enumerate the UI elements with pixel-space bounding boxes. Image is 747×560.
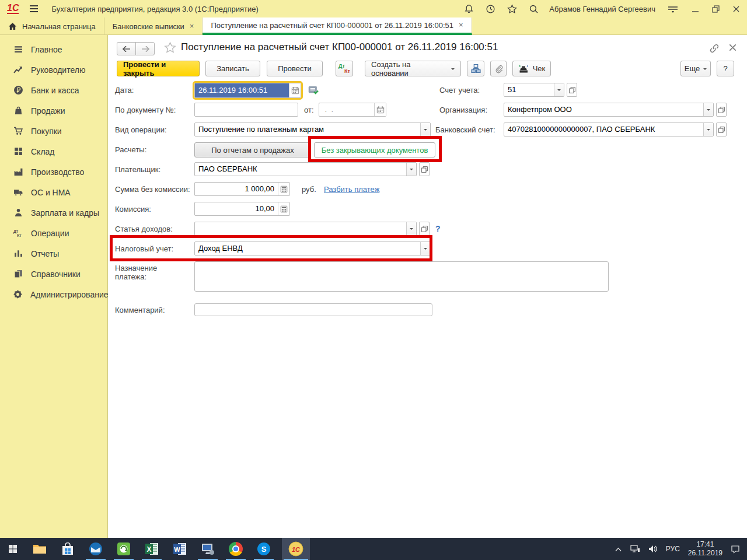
search-icon[interactable] — [529, 4, 539, 14]
sidebar-item-operations[interactable]: ДтКт Операции — [0, 223, 107, 243]
income-item-combo[interactable] — [194, 222, 417, 236]
boxes-icon — [13, 146, 23, 157]
forward-button[interactable] — [135, 42, 155, 55]
close-window-button[interactable] — [732, 5, 740, 13]
cart-icon — [13, 126, 23, 136]
check-receipt-button[interactable]: Чек — [512, 61, 551, 76]
sidebar-item-bank-cash[interactable]: Банк и касса — [0, 80, 107, 100]
calculator-icon[interactable] — [278, 183, 289, 195]
tab-close-icon[interactable]: × — [459, 22, 463, 28]
start-button[interactable] — [0, 538, 26, 560]
chrome-icon[interactable] — [222, 538, 250, 560]
attachments-paperclip-button[interactable] — [490, 61, 507, 76]
chevron-down-icon[interactable] — [703, 103, 713, 116]
account-combo[interactable]: 51 — [504, 83, 564, 97]
operation-type-combo[interactable]: Поступление по платежным картам — [194, 123, 431, 136]
get-link-icon[interactable] — [709, 43, 720, 54]
notifications-bell-icon[interactable] — [464, 4, 474, 14]
income-item-open-icon[interactable] — [419, 222, 430, 236]
by-document-number-field[interactable] — [194, 103, 298, 117]
create-based-on-button[interactable]: Создать на основании — [365, 61, 461, 76]
file-explorer-icon[interactable] — [26, 538, 54, 560]
save-button[interactable]: Записать — [205, 61, 260, 76]
sidebar-item-administration[interactable]: Администрирование — [0, 284, 107, 304]
bank-account-combo[interactable]: 40702810000000000007, ПАО СБЕРБАНК — [504, 123, 714, 136]
microsoft-store-icon[interactable] — [54, 538, 82, 560]
tab-close-icon[interactable]: × — [190, 23, 194, 29]
sidebar-item-sales[interactable]: Продажи — [0, 100, 107, 121]
thunderbird-icon[interactable] — [82, 538, 110, 560]
main-menu-icon[interactable] — [29, 5, 39, 13]
1c-enterprise-icon[interactable]: 1С — [282, 538, 310, 560]
service-menu-icon[interactable] — [667, 4, 679, 13]
history-icon[interactable] — [486, 4, 495, 14]
settlements-without-closing-docs-button[interactable]: Без закрывающих документов — [314, 142, 435, 158]
close-form-icon[interactable] — [728, 43, 737, 52]
calendar-icon[interactable] — [374, 103, 386, 116]
sidebar: Главное Руководителю Банк и касса Продаж… — [0, 35, 108, 538]
network-icon[interactable] — [630, 545, 640, 553]
tab-receipt-document[interactable]: Поступление на расчетный счет КП00-00000… — [203, 18, 472, 35]
restore-button[interactable] — [712, 5, 720, 13]
calculator-icon[interactable] — [278, 202, 289, 215]
settlements-by-sales-reports-button[interactable]: По отчетам о продажах — [194, 142, 311, 158]
account-open-icon[interactable] — [567, 83, 577, 97]
skype-icon[interactable]: S — [250, 538, 278, 560]
chevron-down-icon[interactable] — [554, 83, 564, 96]
favorite-star-icon[interactable] — [164, 41, 176, 54]
sidebar-item-reports[interactable]: Отчеты — [0, 243, 107, 264]
tab-home[interactable]: Начальная страница — [0, 18, 104, 35]
communicator-icon[interactable] — [110, 538, 138, 560]
payer-open-icon[interactable] — [419, 162, 430, 176]
current-user[interactable]: Абрамов Геннадий Сергеевич — [549, 5, 655, 13]
tax-accounting-combo[interactable]: Доход ЕНВД — [194, 242, 431, 256]
tabbar: Начальная страница Банковские выписки × … — [0, 18, 747, 35]
more-button[interactable]: Еще — [680, 61, 711, 76]
chevron-down-icon[interactable] — [406, 222, 416, 235]
sidebar-item-warehouse[interactable]: Склад — [0, 141, 107, 162]
tray-clock[interactable]: 17:41 26.11.2019 — [688, 540, 722, 558]
volume-icon[interactable] — [648, 545, 658, 553]
split-payment-link[interactable]: Разбить платеж — [324, 185, 379, 194]
chevron-down-icon[interactable] — [420, 123, 430, 136]
sidebar-item-purchases[interactable]: Покупки — [0, 121, 107, 141]
commission-field[interactable]: 10,00 — [194, 202, 290, 216]
tab-home-label: Начальная страница — [22, 22, 96, 31]
organization-combo[interactable]: Конфетпром ООО — [504, 103, 714, 117]
sidebar-item-production[interactable]: Производство — [0, 162, 107, 182]
calendar-icon[interactable] — [289, 83, 301, 97]
tray-chevron-up-icon[interactable] — [615, 547, 622, 552]
sidebar-item-main[interactable]: Главное — [0, 39, 107, 60]
sidebar-item-fixed-assets[interactable]: ОС и НМА — [0, 182, 107, 202]
back-button[interactable] — [117, 42, 136, 55]
payment-purpose-textarea[interactable] — [194, 261, 609, 292]
remote-desktop-icon[interactable] — [194, 538, 222, 560]
chevron-down-icon[interactable] — [406, 163, 416, 176]
action-center-icon[interactable] — [731, 545, 740, 554]
by-document-date-field[interactable]: . . — [319, 103, 386, 117]
post-button[interactable]: Провести — [267, 61, 323, 76]
chevron-down-icon[interactable] — [703, 123, 713, 136]
chevron-down-icon[interactable] — [420, 242, 430, 255]
date-field[interactable]: 26.11.2019 16:00:51 — [194, 83, 301, 98]
organization-open-icon[interactable] — [716, 103, 727, 117]
help-button[interactable]: ? — [717, 61, 734, 76]
comment-input[interactable] — [194, 303, 432, 316]
tab-bank-statements[interactable]: Банковские выписки × — [104, 18, 203, 35]
amount-field[interactable]: 1 000,00 — [194, 182, 290, 196]
word-icon[interactable]: W — [166, 538, 194, 560]
sidebar-item-directories[interactable]: Справочники — [0, 264, 107, 284]
excel-icon[interactable]: X — [138, 538, 166, 560]
favorites-star-icon[interactable] — [507, 4, 517, 14]
bank-account-open-icon[interactable] — [716, 123, 727, 136]
sidebar-item-manager[interactable]: Руководителю — [0, 60, 107, 80]
payer-combo[interactable]: ПАО СБЕРБАНК — [194, 162, 417, 176]
sidebar-item-salary-hr[interactable]: Зарплата и кадры — [0, 202, 107, 223]
language-indicator[interactable]: РУС — [666, 545, 680, 553]
show-postings-dtkt-button[interactable]: ДтКт — [336, 61, 353, 76]
report-structure-button[interactable] — [467, 61, 484, 76]
income-item-help-icon[interactable]: ? — [435, 224, 441, 233]
minimize-button[interactable] — [692, 5, 699, 13]
posted-document-icon[interactable] — [308, 85, 319, 96]
post-and-close-button[interactable]: Провести и закрыть — [117, 61, 200, 76]
